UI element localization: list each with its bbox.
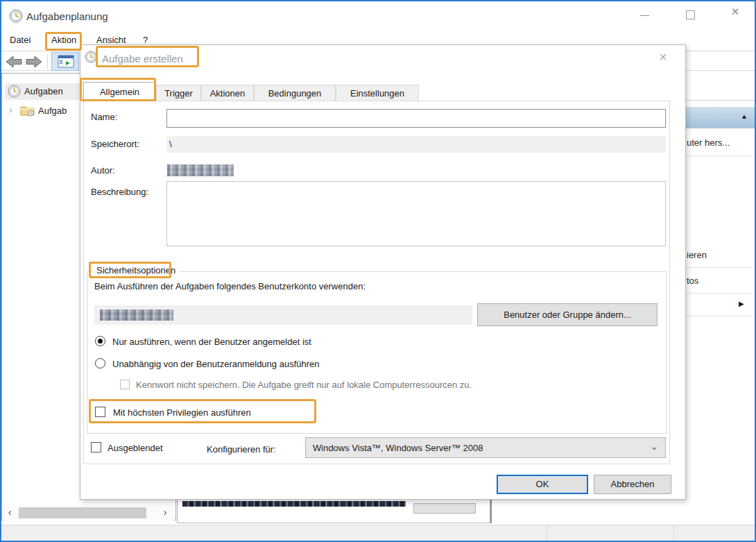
task-scheduler-window: Aufgabenplanung ✕ Datei Aktion Ansicht ? — [0, 0, 756, 542]
checkbox-highest-privileges[interactable] — [95, 407, 105, 417]
close-icon: ✕ — [731, 6, 740, 17]
tab-einstellungen[interactable]: Einstellungen — [336, 85, 419, 101]
location-value: \ — [169, 139, 172, 149]
console-tree-toggle-button[interactable] — [51, 52, 79, 71]
collapse-pane-icon[interactable]: ▲ — [741, 112, 748, 120]
back-arrow-icon[interactable] — [5, 55, 23, 71]
configure-for-value: Windows Vista™, Windows Server™ 2008 — [313, 443, 483, 453]
title-bar: Aufgabenplanung ✕ — [1, 1, 755, 31]
action-item-fragment[interactable]: tos — [687, 276, 698, 286]
scroll-thumb[interactable] — [19, 507, 146, 518]
partial-background-button — [413, 503, 476, 514]
menu-help[interactable]: ? — [143, 35, 148, 45]
tree-root-label: Aufgaben — [24, 86, 63, 96]
action-item-fragment[interactable]: uter hers... — [687, 137, 730, 148]
status-bar — [1, 525, 755, 542]
configure-for-dropdown[interactable]: Windows Vista™, Windows Server™ 2008 ⌄ — [305, 437, 666, 458]
dialog-title: Aufgabe erstellen — [102, 53, 183, 65]
maximize-button[interactable] — [674, 1, 706, 24]
scroll-left-icon[interactable]: ‹ — [3, 507, 16, 519]
name-input[interactable] — [166, 109, 666, 128]
minimize-icon — [640, 15, 649, 16]
description-label: Beschreibung: — [91, 187, 148, 197]
status-separator — [673, 525, 674, 542]
location-field: \ — [166, 136, 666, 153]
configure-for-label: Konfigurieren für: — [207, 444, 276, 455]
name-label: Name: — [91, 112, 117, 122]
user-account-field — [94, 305, 472, 325]
tree-horizontal-scrollbar[interactable]: ‹ › — [3, 505, 174, 521]
tab-trigger[interactable]: Trigger — [156, 85, 201, 101]
dialog-close-icon: ✕ — [658, 51, 667, 63]
task-scheduler-clock-icon — [9, 9, 23, 23]
task-folder-icon — [20, 105, 35, 119]
tree-expander-icon[interactable]: › — [9, 104, 12, 115]
radio-run-independent-label[interactable]: Unabhängig von der Benutzeranmeldung aus… — [112, 359, 320, 369]
create-task-dialog: Aufgabe erstellen ✕ Allgemein Trigger Ak… — [80, 44, 686, 500]
checkbox-hidden-label[interactable]: Ausgeblendet — [108, 443, 163, 453]
task-scheduler-clock-icon — [85, 51, 97, 66]
tab-bedingungen[interactable]: Bedingungen — [254, 85, 336, 101]
close-button[interactable]: ✕ — [719, 1, 751, 24]
status-separator — [547, 525, 547, 542]
radio-selected-dot — [98, 339, 103, 344]
tab-aktionen[interactable]: Aktionen — [201, 85, 254, 101]
checkbox-no-password-label: Kennwort nicht speichern. Die Aufgabe gr… — [136, 380, 472, 390]
console-window-icon — [58, 55, 74, 71]
menu-datei[interactable]: Datei — [10, 35, 31, 45]
change-user-button[interactable]: Benutzer oder Gruppe ändern... — [477, 303, 658, 326]
checkbox-highest-privileges-label[interactable]: Mit höchsten Privilegien ausführen — [113, 407, 251, 418]
tree-library-label: Aufgab — [38, 105, 67, 116]
action-item-fragment[interactable]: ieren — [687, 250, 707, 260]
radio-run-when-logged-in-label[interactable]: Nur ausführen, wenn der Benutzer angemel… — [112, 337, 311, 347]
submenu-arrow-icon: ▶ — [739, 300, 744, 307]
security-options-label: Sicherheitsoptionen — [93, 265, 179, 276]
radio-run-independent[interactable] — [95, 358, 105, 369]
description-textarea[interactable] — [166, 181, 666, 246]
task-scheduler-clock-icon — [8, 85, 21, 101]
cancel-button[interactable]: Abbrechen — [594, 475, 671, 494]
location-label: Speicherort: — [91, 139, 139, 149]
scroll-right-icon[interactable]: › — [159, 507, 171, 519]
chevron-down-icon: ⌄ — [650, 441, 658, 452]
redacted-user-value — [100, 310, 173, 321]
redacted-author-value — [167, 164, 234, 176]
tab-allgemein[interactable]: Allgemein — [83, 82, 156, 102]
author-label: Autor: — [91, 165, 115, 176]
menu-aktion[interactable]: Aktion — [51, 35, 76, 45]
radio-run-when-logged-in[interactable] — [95, 336, 105, 346]
window-title: Aufgabenplanung — [26, 10, 108, 22]
menu-ansicht[interactable]: Ansicht — [96, 35, 126, 45]
account-hint-text: Beim Ausführen der Aufgaben folgendes Be… — [94, 281, 366, 291]
forward-arrow-icon[interactable] — [25, 55, 43, 71]
ok-button[interactable]: OK — [497, 475, 588, 494]
checkbox-no-password — [120, 380, 130, 389]
minimize-button[interactable] — [628, 1, 660, 24]
dialog-close-button[interactable]: ✕ — [653, 49, 673, 66]
checkbox-hidden[interactable] — [91, 442, 101, 452]
redacted-status-text — [182, 501, 406, 507]
toolbar-separator — [47, 54, 48, 69]
maximize-icon — [686, 10, 695, 19]
